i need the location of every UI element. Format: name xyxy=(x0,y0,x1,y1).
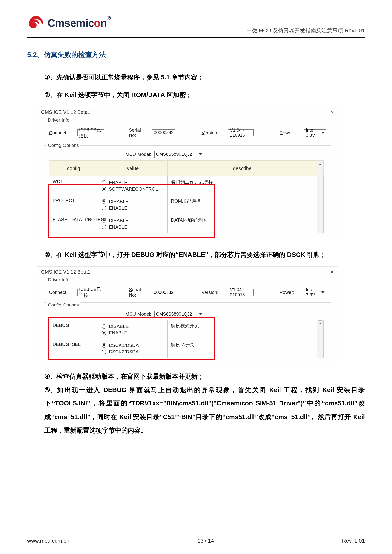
config-legend: Config Options xyxy=(46,302,80,308)
th-value: value xyxy=(98,160,168,176)
footer-rule xyxy=(27,534,365,534)
mcu-combo[interactable]: CMS8S5899LQ32 xyxy=(154,151,204,158)
page-footer: www.mcu.com.cn 13 / 14 Rev. 1.01 xyxy=(27,538,365,544)
dialog-1: CMS ICE V1.12 Beta1 × Driver Info Connec… xyxy=(37,107,338,241)
power-label: Power: xyxy=(280,290,294,295)
dialog1-title: CMS ICE V1.12 Beta1 xyxy=(41,109,90,115)
table-row: FLASH_DATA_PROTECT DISABLE ENABLE DATA区加… xyxy=(49,214,324,233)
scroll-up-icon[interactable]: ▴ xyxy=(318,320,322,325)
step-4: ④、检查仿真器驱动版本，在官网下载最新版本并更新； xyxy=(44,370,365,383)
mcu-label: MCU Model: xyxy=(125,152,151,157)
radio-option[interactable]: DISABLE xyxy=(102,199,164,204)
scrollbar[interactable]: ▴ xyxy=(317,320,324,358)
footer-url: www.mcu.com.cn xyxy=(27,538,69,544)
table-row: WDT ENABLE SOFTWARECONTROL 看门狗工作方式选择 xyxy=(49,176,324,195)
step-3: ③、在 Keil 选型字节中，打开 DEBUG 对应的“ENABLE”，部分芯片… xyxy=(44,249,365,261)
power-combo[interactable]: Inter 3.3V xyxy=(304,289,326,296)
footer-page: 13 / 14 xyxy=(197,538,214,544)
power-label: Power: xyxy=(280,130,294,135)
radio-option[interactable]: DISABLE xyxy=(102,218,164,223)
serial-label: Serial No: xyxy=(129,127,142,138)
version-label: Version: xyxy=(202,130,219,135)
radio-option[interactable]: ENABLE xyxy=(102,330,164,336)
version-value[interactable]: V1.04 - 210916 xyxy=(228,289,253,296)
config-legend: Config Options xyxy=(46,143,80,148)
radio-option[interactable]: DSCK1/DSDA xyxy=(102,343,164,348)
brand-text: Cmsemicon® xyxy=(47,17,111,29)
close-icon[interactable]: × xyxy=(330,268,334,275)
mcu-label: MCU Model: xyxy=(125,311,151,317)
header-rule xyxy=(27,37,365,38)
driver-info-legend: Driver Info xyxy=(46,117,71,123)
config-options-1: Config Options MCU Model: CMS8S5899LQ32 … xyxy=(44,145,331,238)
table-row: PROTECT DISABLE ENABLE ROM加密选择 xyxy=(49,195,324,214)
scrollbar[interactable] xyxy=(317,176,324,233)
serial-label: Serial No: xyxy=(129,287,142,298)
step-1: ①、先确认是否可以正常烧录程序，参见 5.1 章节内容； xyxy=(44,71,365,83)
power-combo[interactable]: Inter 3.3V xyxy=(304,129,326,136)
connect-label: Connect: xyxy=(49,130,68,135)
radio-option[interactable]: ENABLE xyxy=(102,224,164,230)
radio-option[interactable]: SOFTWARECONTROL xyxy=(102,186,164,192)
driver-info-1: Driver Info Connect: ICE8 OB已连接 Serial N… xyxy=(44,120,331,143)
radio-option[interactable]: DSCK2/DSDA xyxy=(102,349,164,355)
th-describe: describe xyxy=(168,160,317,176)
th-config: config xyxy=(49,160,98,176)
page-header: Cmsemicon® 中微 MCU 及仿真器开发指南及注意事项 Rev1.01 xyxy=(27,15,365,36)
config-table-1: config value describe ▴ WDT ENABLE SOFTW… xyxy=(49,160,324,233)
footer-rev: Rev. 1.01 xyxy=(342,538,365,544)
config-options-2: Config Options MCU Model: CMS8S5899LQ32 … xyxy=(44,305,331,360)
radio-option[interactable]: ENABLE xyxy=(102,205,164,211)
driver-info-2: Driver Info Connect: ICE8 OB已连接 Serial N… xyxy=(44,280,331,303)
mcu-combo[interactable]: CMS8S5899LQ32 xyxy=(154,311,204,318)
version-value[interactable]: V1.04 - 210916 xyxy=(228,129,253,136)
doc-title: 中微 MCU 及仿真器开发指南及注意事项 Rev1.01 xyxy=(246,27,365,34)
connect-value[interactable]: ICE8 OB已连接 xyxy=(77,289,104,296)
logo-icon xyxy=(27,15,44,32)
serial-value[interactable]: 00000582 xyxy=(152,289,175,296)
close-icon[interactable]: × xyxy=(330,109,334,116)
step-5: ⑤、如出现一进入 DEBUG 界面就马上自动退出的异常现象，首先关闭 Keil … xyxy=(44,383,365,437)
step-2: ②、在 Keil 选项字节中，关闭 ROM/DATA 区加密； xyxy=(44,89,365,101)
scroll-up-icon[interactable]: ▴ xyxy=(318,161,322,166)
radio-option[interactable]: ENABLE xyxy=(102,180,164,185)
driver-info-legend: Driver Info xyxy=(46,277,71,283)
table-row: DEBUG_SEL DSCK1/DSDA DSCK2/DSDA 调试IO开关 xyxy=(49,339,324,358)
dialog-2: CMS ICE V1.12 Beta1 × Driver Info Connec… xyxy=(37,266,338,363)
version-label: Version: xyxy=(202,290,219,295)
section-heading: 5.2、仿真失败的检查方法 xyxy=(27,50,365,59)
table-row: DEBUG DISABLE ENABLE 调试模式开关 ▴ xyxy=(49,320,324,339)
config-table-2: DEBUG DISABLE ENABLE 调试模式开关 ▴ DEBUG_SEL xyxy=(49,320,324,358)
connect-value[interactable]: ICE8 OB已连接 xyxy=(77,129,104,136)
connect-label: Connect: xyxy=(49,290,68,295)
dialog2-title: CMS ICE V1.12 Beta1 xyxy=(41,269,90,275)
serial-value[interactable]: 00000582 xyxy=(152,129,175,136)
radio-option[interactable]: DISABLE xyxy=(102,324,164,329)
